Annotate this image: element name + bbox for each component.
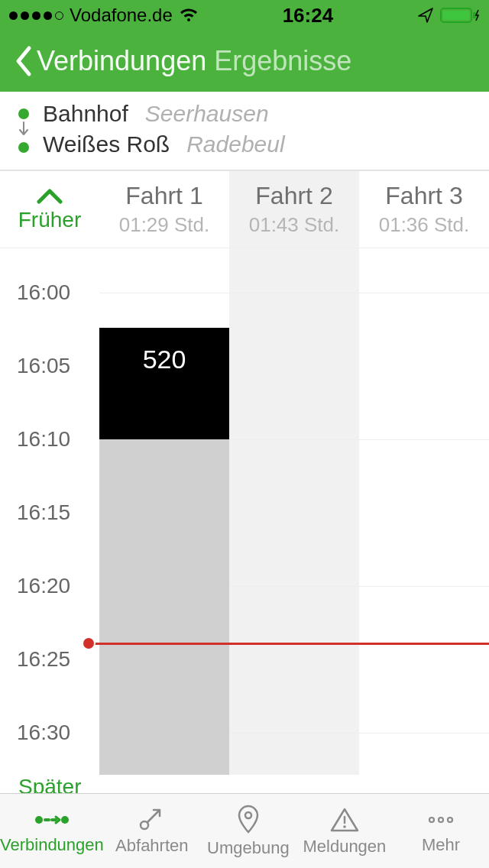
time-axis: 16:00 16:05 16:10 16:15 16:20 16:25 16:3…	[0, 248, 99, 775]
tab-label: Abfahrten	[115, 836, 188, 856]
route-summary[interactable]: Bahnhof Seerhausen Weißes Roß Radebeul	[0, 92, 489, 170]
now-indicator	[89, 643, 489, 645]
trip-label: Fahrt 1	[125, 182, 202, 210]
tab-surroundings[interactable]: Umgebung	[200, 794, 296, 868]
svg-point-9	[439, 818, 443, 822]
destination-name: Weißes Roß	[43, 131, 170, 157]
svg-point-6	[245, 812, 251, 818]
back-button[interactable]	[9, 42, 38, 80]
nav-back-label[interactable]: Verbindungen	[37, 45, 206, 77]
trip-column-2[interactable]: Fahrt 2 01:43 Std.	[229, 171, 359, 248]
origin-name: Bahnhof	[43, 101, 128, 127]
location-arrow-icon	[417, 7, 434, 24]
trip-duration: 01:43 Std.	[249, 213, 340, 237]
tab-alerts[interactable]: Meldungen	[296, 794, 393, 868]
time-tick: 16:10	[17, 427, 70, 452]
svg-point-4	[61, 816, 69, 824]
status-bar: Vodafone.de 16:24	[0, 0, 489, 31]
tab-label: Mehr	[422, 835, 460, 855]
carrier-label: Vodafone.de	[70, 5, 173, 26]
departures-icon	[137, 807, 167, 833]
time-tick: 16:25	[17, 647, 70, 672]
nav-bar: Verbindungen Ergebnisse	[0, 31, 489, 92]
more-icon	[424, 808, 458, 832]
trip-line-number: 520	[143, 345, 186, 374]
trip-column-3[interactable]: Fahrt 3 01:36 Std.	[359, 171, 489, 248]
timeline[interactable]: 16:00 16:05 16:10 16:15 16:20 16:25 16:3…	[0, 248, 489, 775]
route-icon	[33, 808, 71, 832]
trip-header-row: Früher Fahrt 1 01:29 Std. Fahrt 2 01:43 …	[0, 170, 489, 248]
wifi-icon	[179, 8, 199, 23]
time-tick: 16:20	[17, 574, 70, 598]
nav-title: Ergebnisse	[214, 45, 351, 77]
warning-icon	[329, 806, 360, 834]
now-dot-icon	[83, 638, 94, 649]
origin-city: Seerhausen	[145, 101, 269, 127]
svg-point-3	[35, 816, 43, 824]
route-arrow-icon	[18, 121, 30, 141]
destination-city: Radebeul	[186, 131, 284, 157]
svg-rect-1	[443, 11, 469, 20]
trip-label: Fahrt 2	[255, 182, 332, 210]
pin-icon	[235, 805, 261, 835]
svg-point-10	[448, 818, 452, 822]
trip-segment-tail[interactable]	[99, 439, 229, 775]
tab-bar: Verbindungen Abfahrten Umgebung Meldunge…	[0, 793, 489, 868]
time-tick: 16:05	[17, 354, 70, 378]
trip-lane-3	[359, 248, 489, 775]
tab-label: Meldungen	[303, 837, 386, 857]
earlier-button[interactable]: Früher	[0, 171, 99, 248]
time-tick: 16:15	[17, 500, 70, 525]
tab-label: Verbindungen	[0, 835, 104, 855]
trip-lane-2	[229, 248, 359, 775]
trip-segment-active[interactable]: 520	[99, 328, 229, 439]
earlier-label: Früher	[18, 208, 81, 232]
status-time: 16:24	[283, 4, 334, 28]
trip-duration: 01:36 Std.	[379, 213, 470, 237]
tab-label: Umgebung	[207, 838, 290, 858]
trip-column-1[interactable]: Fahrt 1 01:29 Std.	[99, 171, 229, 248]
svg-point-8	[429, 818, 434, 822]
trip-duration: 01:29 Std.	[119, 213, 210, 237]
svg-point-7	[343, 825, 346, 828]
origin-dot-icon	[18, 108, 29, 119]
trip-label: Fahrt 3	[385, 182, 462, 210]
time-tick: 16:30	[17, 721, 70, 745]
signal-strength-icon	[9, 11, 63, 20]
time-tick: 16:00	[17, 280, 70, 305]
tab-more[interactable]: Mehr	[393, 794, 489, 868]
tab-connections[interactable]: Verbindungen	[0, 794, 104, 868]
tab-departures[interactable]: Abfahrten	[104, 794, 200, 868]
chevron-up-icon	[34, 186, 65, 209]
destination-dot-icon	[18, 142, 29, 153]
battery-charging-icon	[440, 7, 480, 24]
